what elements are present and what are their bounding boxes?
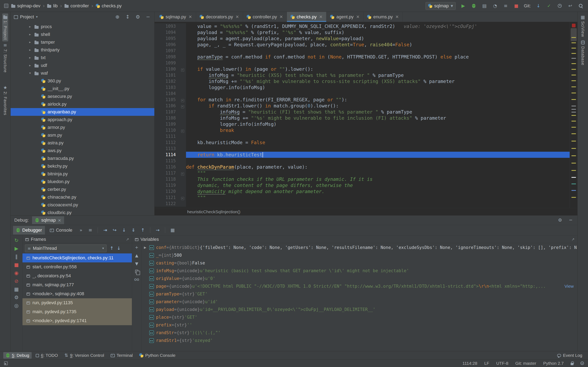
- git-branch[interactable]: Git: master: [515, 361, 536, 366]
- chevron-collapsed-icon[interactable]: ▸: [28, 33, 32, 36]
- tree-file-360.py[interactable]: 360.py: [11, 77, 154, 85]
- tree-folder-thirdparty[interactable]: ▸thirdparty: [11, 46, 154, 54]
- tree-file-cerber.py[interactable]: cerber.py: [11, 185, 154, 193]
- previous-frame-button[interactable]: ↑: [110, 246, 113, 250]
- toolwindow-switcher-icon[interactable]: [4, 361, 8, 365]
- variable-row[interactable]: casting = {bool} False: [141, 259, 577, 267]
- mute-breakpoints-button[interactable]: ⊘: [13, 279, 20, 284]
- chevron-collapsed-icon[interactable]: ▸: [28, 25, 32, 28]
- chevron-collapsed-icon[interactable]: ▸: [28, 56, 32, 59]
- close-icon[interactable]: ×: [356, 15, 360, 19]
- tree-file-astra.py[interactable]: astra.py: [11, 139, 154, 147]
- hide-debug-button[interactable]: ─: [568, 218, 574, 222]
- close-icon[interactable]: ×: [235, 15, 239, 19]
- tree-file-cloudbric.py[interactable]: cloudbric.py: [11, 209, 154, 215]
- profiler-button[interactable]: ◔: [492, 4, 498, 8]
- tree-file-airlock.py[interactable]: airlock.py: [11, 100, 154, 108]
- float-pane-icon[interactable]: ↗: [571, 238, 575, 241]
- toolwindow-debug-button[interactable]: 5: Debug: [3, 352, 32, 359]
- variable-row[interactable]: page = {unicode} u'<!DOCTYPE html PUBLIC…: [141, 282, 577, 290]
- show-watches-button[interactable]: oo: [134, 277, 140, 281]
- line-separator[interactable]: LF: [484, 361, 489, 366]
- tab-agent.py[interactable]: agent.py×: [327, 12, 363, 22]
- variable-row[interactable]: parameter = {unicode} u'id': [141, 298, 577, 306]
- stop-debug-button[interactable]: ■: [13, 262, 20, 267]
- fold-marker[interactable]: −: [181, 197, 184, 200]
- show-execution-point-button[interactable]: ⇥: [102, 228, 109, 233]
- run-with-coverage-button[interactable]: ▤: [481, 4, 488, 8]
- toolwindow-version-control-button[interactable]: ⇅9: Version Control: [62, 352, 107, 359]
- editor[interactable]: 1093 value = "%s%s%s" % (randStr1, DUMMY…: [155, 22, 577, 208]
- tab-enums.py[interactable]: enums.py×: [363, 12, 403, 22]
- tree-file-bekchy.py[interactable]: bekchy.py: [11, 162, 154, 170]
- frame-row[interactable]: start, controller.py:558: [22, 262, 132, 271]
- tree-file-chinacache.py[interactable]: chinacache.py: [11, 193, 154, 201]
- breadcrumb-item[interactable]: controller: [65, 3, 89, 8]
- project-settings-button[interactable]: ⚙: [135, 15, 141, 19]
- tree-file-ciscoacexml.py[interactable]: ciscoacexml.py: [11, 201, 154, 209]
- variable-row[interactable]: place = {str} 'GET': [141, 313, 577, 321]
- breadcrumb-item[interactable]: lib: [47, 3, 58, 8]
- settings-gear-button[interactable]: ⚙: [13, 295, 20, 300]
- stripe-project-button[interactable]: 1: Project: [2, 13, 8, 42]
- move-watch-down-button[interactable]: ▼: [134, 262, 140, 266]
- debug-session-tab[interactable]: sqlmap ×: [32, 216, 64, 224]
- tree-file-__init__.py[interactable]: __init__.py: [11, 85, 154, 92]
- toolwindow-terminal-button[interactable]: Terminal: [108, 352, 135, 359]
- show-python-prompt-button[interactable]: »: [77, 228, 85, 233]
- tab-debugger[interactable]: Debugger: [13, 226, 45, 234]
- variable-row[interactable]: prefix = {str} '': [141, 321, 577, 329]
- variable-row[interactable]: infoMsg = {unicode} u'heuristic (basic) …: [141, 267, 577, 275]
- add-watch-button[interactable]: +: [134, 245, 140, 249]
- tree-file-bluedon.py[interactable]: bluedon.py: [11, 178, 154, 185]
- debug-settings-button[interactable]: ⚙: [557, 218, 563, 222]
- variable-row[interactable]: ▶conf = {AttribDict} {'fileDest': None, …: [141, 244, 577, 251]
- chevron-collapsed-icon[interactable]: ▸: [28, 64, 32, 67]
- stop-button[interactable]: ■: [513, 4, 519, 8]
- tree-file-anquanbao.py[interactable]: anquanbao.py: [11, 108, 154, 116]
- rollback-button[interactable]: ↩: [567, 4, 573, 8]
- variable-row[interactable]: paramType = {str} 'GET': [141, 290, 577, 298]
- frame-row[interactable]: <module>, pydevd.py:1741: [22, 316, 132, 325]
- variable-row[interactable]: _ = {int} 500: [141, 251, 577, 259]
- frame-row[interactable]: main, pydevd.py:1735: [22, 307, 132, 316]
- code-area[interactable]: 1093 value = "%s%s%s" % (randStr1, DUMMY…: [155, 22, 570, 208]
- frame-row[interactable]: run, pydevd.py:1135: [22, 298, 132, 307]
- fold-marker[interactable]: −: [181, 99, 184, 102]
- tab-console[interactable]: Console: [47, 226, 75, 234]
- tree-file-barracuda.py[interactable]: barracuda.py: [11, 155, 154, 162]
- fold-marker[interactable]: −: [181, 68, 184, 72]
- tree-folder-shell[interactable]: ▸shell: [11, 31, 154, 38]
- close-icon[interactable]: ×: [395, 15, 399, 19]
- step-over-button[interactable]: ↪: [111, 228, 118, 233]
- encoding[interactable]: UTF-8: [496, 361, 508, 366]
- close-icon[interactable]: ×: [58, 218, 61, 222]
- locate-file-button[interactable]: ⊕: [114, 15, 121, 19]
- variable-row[interactable]: origValue = {unicode} u'0': [141, 275, 577, 282]
- pin-button[interactable]: ◎: [13, 303, 20, 308]
- close-icon[interactable]: ×: [319, 15, 323, 19]
- force-step-into-button[interactable]: ⇓: [130, 228, 137, 233]
- tree-file-armor.py[interactable]: armor.py: [11, 124, 154, 131]
- run-config-selector[interactable]: sqlmap ▾: [425, 2, 456, 10]
- fold-marker[interactable]: −: [181, 130, 184, 133]
- lock-indicator-icon[interactable]: [571, 363, 573, 365]
- commit-button[interactable]: ✓: [546, 4, 552, 8]
- breadcrumb-item[interactable]: checks.py: [96, 3, 122, 8]
- restore-layout-button[interactable]: ▦: [13, 287, 20, 292]
- chevron-down-icon[interactable]: ▾: [36, 15, 38, 18]
- close-icon[interactable]: ×: [279, 15, 283, 19]
- variable-row[interactable]: randStr = {str} ')()\'(.(,"': [141, 329, 577, 337]
- frame-row[interactable]: heuristicCheckSqlInjection, checks.py:11: [22, 253, 132, 262]
- method-breadcrumb[interactable]: heuristicCheckSqlInjection(): [187, 209, 240, 214]
- tab-controller.py[interactable]: controller.py×: [243, 12, 287, 22]
- tree-file-aesecure.py[interactable]: aesecure.py: [11, 92, 154, 100]
- chevron-expanded-icon[interactable]: ▾: [28, 72, 32, 75]
- event-log-button[interactable]: Event Log: [555, 352, 585, 359]
- run-button[interactable]: ▶: [460, 4, 466, 8]
- frame-row[interactable]: <module>, sqlmap.py:408: [22, 289, 132, 298]
- copy-value-button[interactable]: [134, 270, 140, 273]
- tree-folder-procs[interactable]: ▸procs: [11, 23, 154, 31]
- view-breakpoints-button[interactable]: ◉: [13, 271, 20, 275]
- debug-button[interactable]: [471, 4, 477, 8]
